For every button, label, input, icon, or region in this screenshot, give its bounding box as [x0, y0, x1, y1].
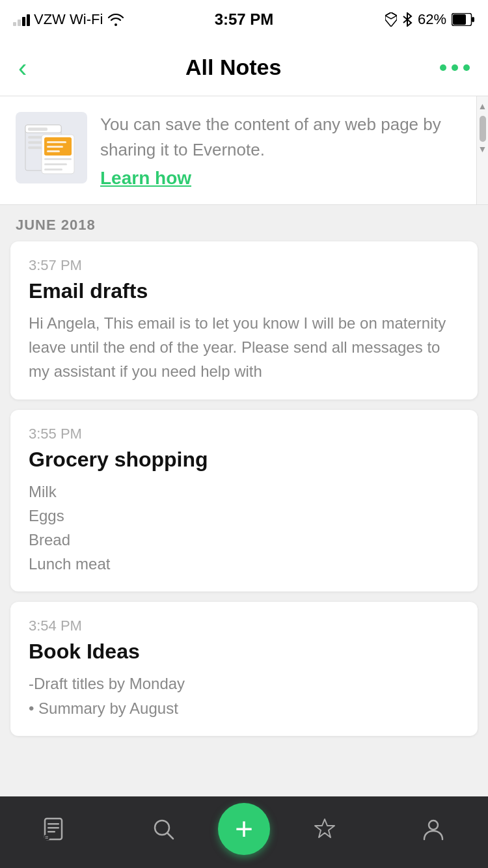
content-area: You can save the content of any web page…	[0, 96, 488, 824]
nav-bar: ‹ All Notes	[0, 39, 488, 96]
scroll-thumb	[480, 116, 486, 142]
notes-icon: ≡	[42, 817, 67, 841]
battery-icon	[452, 13, 475, 26]
note-time: 3:54 PM	[29, 617, 459, 634]
search-icon	[151, 817, 176, 841]
svg-rect-20	[47, 831, 55, 833]
web-clip-text: You can save the content of any web page…	[100, 112, 472, 163]
status-bar: VZW Wi-Fi 3:57 PM 62%	[0, 0, 488, 39]
svg-rect-14	[44, 158, 72, 160]
svg-rect-19	[47, 827, 59, 829]
bluetooth-icon	[402, 12, 413, 27]
note-time: 3:57 PM	[29, 257, 459, 274]
note-title: Grocery shopping	[29, 448, 459, 472]
carrier-label: VZW Wi-Fi	[34, 11, 103, 28]
section-header-label: JUNE 2018	[16, 217, 96, 233]
scroll-indicator: ▲ ▼	[476, 96, 488, 204]
signal-icon	[13, 13, 30, 26]
svg-point-26	[429, 821, 438, 830]
back-button[interactable]: ‹	[18, 55, 27, 81]
add-note-button[interactable]: +	[218, 803, 270, 855]
star-icon	[312, 817, 337, 841]
wifi-icon	[107, 12, 125, 27]
status-time: 3:57 PM	[215, 10, 274, 29]
tab-search[interactable]	[109, 817, 219, 841]
svg-text:≡: ≡	[45, 834, 48, 841]
note-card-book-ideas[interactable]: 3:54 PM Book Ideas -Draft titles by Mond…	[10, 602, 478, 735]
note-title: Book Ideas	[29, 640, 459, 664]
note-card-email-drafts[interactable]: 3:57 PM Email drafts Hi Angela, This ema…	[10, 241, 478, 400]
page-title: All Notes	[185, 55, 281, 80]
scroll-down-icon: ▼	[478, 144, 487, 154]
web-clip-banner: You can save the content of any web page…	[0, 96, 488, 205]
svg-marker-25	[315, 819, 334, 837]
note-title: Email drafts	[29, 279, 459, 303]
svg-rect-15	[44, 163, 67, 165]
learn-how-link[interactable]: Learn how	[100, 168, 472, 189]
person-icon	[421, 817, 446, 841]
scroll-up-icon: ▲	[478, 102, 487, 111]
tab-notes[interactable]: ≡	[0, 817, 109, 841]
web-clip-content: You can save the content of any web page…	[100, 112, 472, 189]
status-left: VZW Wi-Fi	[13, 11, 125, 28]
note-preview: MilkEggsBreadLunch meat	[29, 480, 459, 576]
note-preview: -Draft titles by Monday• Summary by Augu…	[29, 671, 459, 720]
web-clip-illustration	[19, 115, 84, 180]
note-preview: Hi Angela, This email is to let you know…	[29, 311, 459, 384]
battery-percent: 62%	[418, 11, 446, 28]
svg-rect-12	[47, 146, 63, 148]
more-button[interactable]	[440, 64, 470, 71]
web-clip-image	[16, 112, 87, 183]
tab-profile[interactable]	[379, 817, 489, 841]
svg-line-24	[167, 833, 173, 839]
tab-bar: ≡ +	[0, 796, 488, 868]
note-card-grocery-shopping[interactable]: 3:55 PM Grocery shopping MilkEggsBreadLu…	[10, 410, 478, 592]
plus-icon: +	[235, 813, 253, 845]
svg-rect-16	[44, 169, 62, 170]
tab-favorites[interactable]	[270, 817, 379, 841]
location-icon	[385, 12, 397, 27]
note-time: 3:55 PM	[29, 426, 459, 442]
svg-rect-5	[28, 128, 47, 131]
svg-rect-13	[47, 150, 60, 152]
svg-rect-11	[47, 141, 66, 143]
section-header: JUNE 2018	[0, 205, 488, 241]
svg-rect-18	[47, 823, 59, 825]
svg-rect-2	[472, 17, 474, 22]
svg-rect-1	[453, 14, 466, 25]
notes-list: 3:57 PM Email drafts Hi Angela, This ema…	[0, 241, 488, 746]
status-right: 62%	[385, 11, 475, 28]
